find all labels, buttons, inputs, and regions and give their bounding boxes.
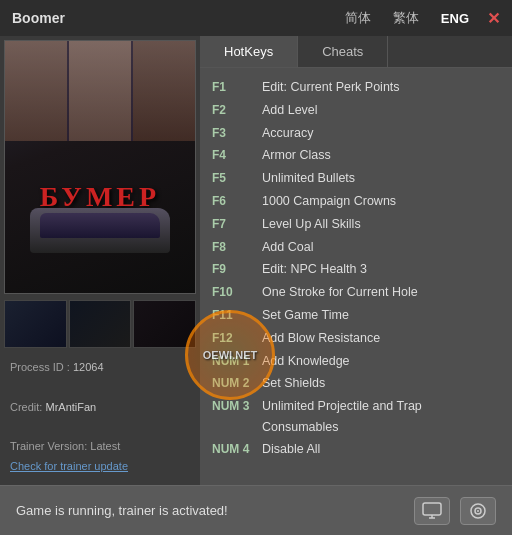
face-2 [69,41,131,141]
hotkey-key: F6 [212,192,262,212]
hotkey-item: F5 Unlimited Bullets [212,167,500,190]
hotkey-item: NUM 4 Disable All [212,438,500,461]
monitor-icon-button[interactable] [414,497,450,525]
hotkey-key: NUM 4 [212,440,262,460]
thumbnail-3 [133,300,196,348]
update-link-row[interactable]: Check for trainer update [10,457,190,477]
hotkey-item: NUM 2 Set Shields [212,372,500,395]
main-area: БУМЕР Process ID : 12064 Credit: MrAntiF… [0,36,512,485]
hotkey-key: NUM 3 [212,397,262,417]
hotkey-item: F9 Edit: NPC Health 3 [212,258,500,281]
hotkey-key: F10 [212,283,262,303]
hotkey-action: Edit: Current Perk Points [262,77,400,98]
hotkey-key: F4 [212,146,262,166]
status-message: Game is running, trainer is activated! [16,503,228,518]
version-row: Trainer Version: Latest [10,437,190,457]
monitor-icon [422,502,442,520]
thumbnail-2 [69,300,132,348]
process-id-label: Process ID : [10,361,70,373]
status-icons [414,497,496,525]
hotkeys-list: F1 Edit: Current Perk PointsF2 Add Level… [200,68,512,485]
process-id-value: 12064 [73,361,104,373]
cover-car [30,208,170,253]
left-panel: БУМЕР Process ID : 12064 Credit: MrAntiF… [0,36,200,485]
lang-traditional-chinese[interactable]: 繁体 [389,7,423,29]
face-1 [5,41,67,141]
game-cover-image: БУМЕР [4,40,196,294]
right-panel: HotKeys Cheats F1 Edit: Current Perk Poi… [200,36,512,485]
hotkey-key: F8 [212,238,262,258]
title-bar-left: Boomer [12,10,65,26]
hotkey-key: F3 [212,124,262,144]
hotkey-action: Add Blow Resistance [262,328,380,349]
hotkey-action: Armor Class [262,145,331,166]
hotkey-item: F11 Set Game Time [212,304,500,327]
hotkey-action: Unlimited Bullets [262,168,355,189]
hotkey-item: F10 One Stroke for Current Hole [212,281,500,304]
hotkey-item: F12 Add Blow Resistance [212,327,500,350]
hotkey-key: F5 [212,169,262,189]
close-button[interactable]: ✕ [487,9,500,28]
hotkey-key: F9 [212,260,262,280]
process-id-row: Process ID : 12064 [10,358,190,378]
game-cover-background: БУМЕР [5,41,195,293]
title-bar-right: 简体 繁体 ENG ✕ [341,7,500,29]
hotkey-item: F6 1000 Campaign Crowns [212,190,500,213]
hotkey-action: Unlimited Projectile and Trap Consumable… [262,396,500,437]
title-bar: Boomer 简体 繁体 ENG ✕ [0,0,512,36]
tab-cheats[interactable]: Cheats [298,36,388,67]
hotkey-action: One Stroke for Current Hole [262,282,418,303]
thumbnail-1 [4,300,67,348]
version-label: Trainer Version: Latest [10,440,120,452]
hotkey-key: NUM 1 [212,352,262,372]
hotkey-item: F3 Accuracy [212,122,500,145]
cover-faces [5,41,195,141]
hotkey-action: Edit: NPC Health 3 [262,259,367,280]
hotkey-action: Level Up All Skills [262,214,361,235]
hotkey-action: Add Knowledge [262,351,350,372]
app-title: Boomer [12,10,65,26]
music-icon [468,502,488,520]
info-area: Process ID : 12064 Credit: MrAntiFan Tra… [0,350,200,485]
hotkey-key: F12 [212,329,262,349]
hotkey-action: Accuracy [262,123,313,144]
hotkey-item: F8 Add Coal [212,236,500,259]
hotkey-key: F11 [212,306,262,326]
hotkey-item: F7 Level Up All Skills [212,213,500,236]
hotkey-key: NUM 2 [212,374,262,394]
hotkey-action: Set Game Time [262,305,349,326]
lang-simplified-chinese[interactable]: 简体 [341,7,375,29]
hotkey-action: Add Level [262,100,318,121]
music-icon-button[interactable] [460,497,496,525]
hotkey-action: Add Coal [262,237,313,258]
hotkey-action: Set Shields [262,373,325,394]
hotkey-item: NUM 3 Unlimited Projectile and Trap Cons… [212,395,500,438]
hotkey-item: F1 Edit: Current Perk Points [212,76,500,99]
credit-value: MrAntiFan [45,401,96,413]
hotkey-item: NUM 1 Add Knowledge [212,350,500,373]
hotkey-item: F4 Armor Class [212,144,500,167]
face-3 [133,41,195,141]
tab-hotkeys[interactable]: HotKeys [200,36,298,67]
svg-rect-0 [423,503,441,515]
hotkey-key: F7 [212,215,262,235]
svg-point-5 [477,510,479,512]
hotkey-action: Disable All [262,439,320,460]
credit-label: Credit: [10,401,42,413]
lang-english[interactable]: ENG [437,9,473,28]
hotkey-key: F2 [212,101,262,121]
hotkey-action: 1000 Campaign Crowns [262,191,396,212]
hotkey-key: F1 [212,78,262,98]
hotkey-item: F2 Add Level [212,99,500,122]
tabs-bar: HotKeys Cheats [200,36,512,68]
status-bar: Game is running, trainer is activated! [0,485,512,535]
thumbnail-row [4,300,196,348]
update-link[interactable]: Check for trainer update [10,460,128,472]
credit-row: Credit: MrAntiFan [10,398,190,418]
